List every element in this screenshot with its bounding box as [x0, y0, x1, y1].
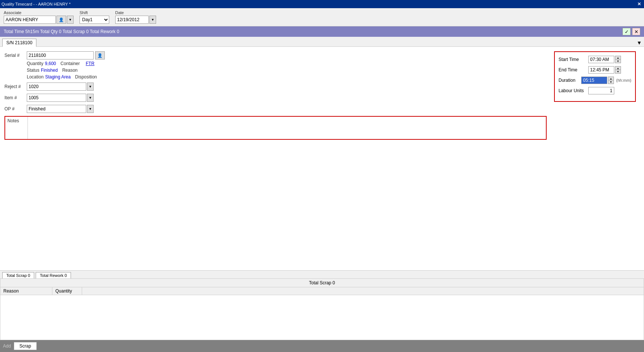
bottom-table-header: Total Scrap 0 — [0, 279, 644, 287]
save-button[interactable]: ✓ — [622, 28, 631, 35]
date-dropdown-btn[interactable]: ▼ — [149, 16, 156, 24]
item-dropdown-btn[interactable]: ▼ — [87, 94, 94, 102]
shift-field-group: Shift Day1 Day2 Night1 — [80, 10, 109, 24]
serial-search-icon[interactable]: 👤 — [95, 51, 105, 59]
labour-label: Labour Units — [559, 88, 588, 93]
status-actions: ✓ ✕ — [622, 28, 640, 35]
associate-label: Associate — [4, 10, 74, 15]
reject-input[interactable] — [27, 83, 86, 91]
bottom-content: Total Scrap 0 Reason Quantity — [0, 278, 644, 340]
bottom-section: Total Scrap 0 Total Rework 0 Total Scrap… — [0, 270, 644, 340]
close-button[interactable]: ✕ — [636, 1, 643, 7]
duration-down-btn[interactable]: ▼ — [608, 80, 614, 84]
form-left: Serial # 👤 Quantity 9,600 C — [4, 51, 547, 266]
cancel-button[interactable]: ✕ — [632, 28, 640, 35]
status-bar: Total Time 5h15m Total Qty 0 Total Scrap… — [0, 26, 644, 37]
end-time-up-btn[interactable]: ▲ — [615, 66, 621, 70]
title-bar-text: Quality Timecard - - AARON HENRY * — [1, 2, 71, 6]
start-time-spinner: ▲ ▼ — [615, 56, 621, 63]
labour-row: Labour Units — [559, 87, 631, 94]
associate-dropdown-btn[interactable]: ▼ — [67, 16, 74, 24]
op-label: OP # — [4, 106, 27, 112]
op-dropdown-btn[interactable]: ▼ — [87, 105, 94, 113]
time-section: Start Time ▲ ▼ End Time — [554, 51, 636, 102]
quantity-meta-value: 9,600 — [45, 61, 56, 66]
tab-scroll-btn[interactable]: ▼ — [637, 40, 642, 46]
scrap-button[interactable]: Scrap — [14, 342, 36, 350]
title-bar: Quality Timecard - - AARON HENRY * ✕ — [0, 0, 644, 8]
reject-label: Reject # — [4, 84, 27, 89]
start-time-down-btn[interactable]: ▼ — [615, 59, 621, 63]
associate-input[interactable] — [4, 16, 56, 24]
bottom-table-body — [0, 295, 644, 340]
status-text: Total Time 5h15m Total Qty 0 Total Scrap… — [4, 29, 119, 34]
form-right: Start Time ▲ ▼ End Time — [554, 51, 640, 266]
start-time-up-btn[interactable]: ▲ — [615, 56, 621, 59]
duration-row: Duration ▲ ▼ (hh:mm) — [559, 77, 631, 84]
item-row: Item # ▼ — [4, 94, 547, 102]
quantity-meta-label: Quantity — [27, 61, 43, 66]
reason-meta-label: Reason — [62, 68, 77, 73]
end-time-input[interactable] — [588, 66, 614, 74]
hhmm-label: (hh:mm) — [616, 78, 631, 83]
quantity-col-header: Quantity — [52, 287, 82, 295]
ftr-link[interactable]: FTR — [86, 61, 94, 66]
container-meta-label: Container — [61, 61, 80, 66]
serial-row: Serial # 👤 Quantity 9,600 C — [4, 51, 547, 80]
op-input[interactable] — [27, 105, 86, 113]
add-link[interactable]: Add — [3, 343, 11, 349]
reason-col-header: Reason — [0, 287, 52, 295]
date-input[interactable] — [115, 16, 149, 24]
associate-field-group: Associate 👤 ▼ — [4, 10, 74, 24]
labour-input[interactable] — [588, 87, 614, 94]
start-time-input[interactable] — [588, 56, 614, 63]
bottom-tabs: Total Scrap 0 Total Rework 0 — [0, 271, 644, 278]
reject-row: Reject # ▼ — [4, 83, 547, 91]
end-time-spinner: ▲ ▼ — [615, 66, 621, 74]
date-label: Date — [115, 10, 156, 15]
end-time-down-btn[interactable]: ▼ — [615, 70, 621, 74]
end-time-label: End Time — [559, 67, 588, 72]
notes-section: Notes — [4, 116, 547, 140]
disposition-meta-label: Disposition — [75, 74, 97, 80]
main-content: Serial # 👤 Quantity 9,600 C — [0, 47, 644, 270]
form-section: Serial # 👤 Quantity 9,600 C — [4, 51, 640, 266]
rework-tab[interactable]: Total Rework 0 — [36, 272, 71, 278]
associate-search-icon[interactable]: 👤 — [56, 16, 66, 24]
main-tab[interactable]: S/N 2118100 — [2, 39, 36, 47]
scrap-tab[interactable]: Total Scrap 0 — [2, 272, 34, 278]
op-row: OP # ▼ — [4, 105, 547, 113]
status-meta-label: Status — [27, 68, 39, 73]
location-meta-value: Staging Area — [45, 74, 71, 80]
item-input[interactable] — [27, 94, 86, 102]
duration-spinner: ▲ ▼ — [608, 77, 614, 84]
reject-dropdown-btn[interactable]: ▼ — [87, 83, 94, 91]
notes-label: Notes — [5, 117, 27, 139]
item-label: Item # — [4, 95, 27, 100]
duration-label: Duration — [559, 78, 581, 83]
start-time-label: Start Time — [559, 57, 588, 62]
footer: Add Scrap — [0, 340, 644, 352]
tab-area: S/N 2118100 ▼ — [0, 37, 644, 47]
toolbar: Associate 👤 ▼ Shift Day1 Day2 Night1 Dat… — [0, 8, 644, 26]
location-meta-label: Location — [27, 74, 43, 80]
duration-up-btn[interactable]: ▲ — [608, 77, 614, 80]
start-time-row: Start Time ▲ ▼ — [559, 56, 631, 63]
notes-textarea[interactable] — [27, 117, 546, 139]
serial-label: Serial # — [4, 51, 27, 58]
status-meta-value: Finished — [41, 68, 58, 73]
date-field-group: Date ▼ — [115, 10, 156, 24]
shift-label: Shift — [80, 10, 109, 15]
duration-input[interactable] — [581, 77, 607, 84]
bottom-column-headers: Reason Quantity — [0, 287, 644, 295]
shift-select[interactable]: Day1 Day2 Night1 — [80, 16, 109, 24]
serial-content: 👤 Quantity 9,600 Container — [27, 51, 105, 80]
end-time-row: End Time ▲ ▼ — [559, 66, 631, 74]
serial-input[interactable] — [27, 51, 94, 59]
